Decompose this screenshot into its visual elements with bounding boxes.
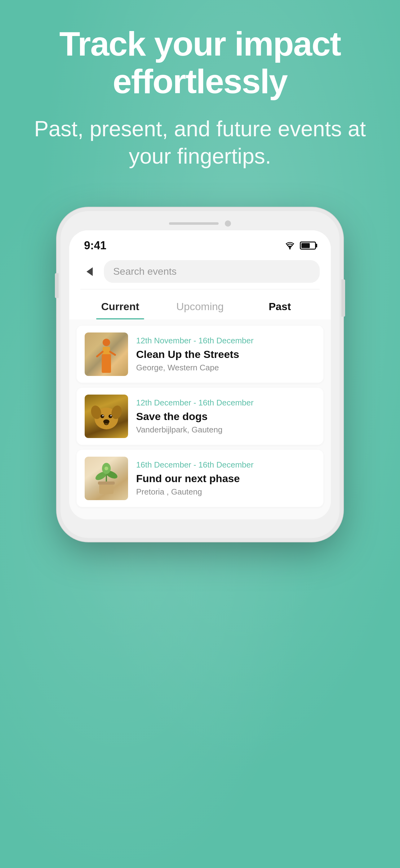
events-list: 12th November - 16th December Clean Up t… bbox=[69, 319, 331, 519]
event-card-2[interactable]: 12th December - 16th December Save the d… bbox=[76, 388, 324, 445]
svg-point-1 bbox=[103, 339, 110, 346]
battery-icon bbox=[300, 242, 316, 250]
dog-face-icon bbox=[85, 395, 128, 438]
status-icons bbox=[284, 241, 316, 250]
phone-screen: 9:41 bbox=[69, 230, 331, 519]
svg-rect-2 bbox=[103, 347, 110, 361]
tab-upcoming[interactable]: Upcoming bbox=[160, 292, 240, 319]
divider bbox=[80, 289, 320, 289]
svg-point-14 bbox=[103, 420, 109, 424]
event-title-2: Save the dogs bbox=[136, 410, 315, 423]
svg-point-21 bbox=[104, 467, 108, 470]
tabs-row: Current Upcoming Past bbox=[69, 292, 331, 319]
plant-icon bbox=[85, 457, 128, 500]
event-image-3 bbox=[85, 457, 128, 500]
search-bar-row: Search events bbox=[69, 255, 331, 289]
event-location-1: George, Western Cape bbox=[136, 363, 315, 373]
back-chevron-icon bbox=[87, 267, 93, 276]
event-image-1 bbox=[85, 333, 128, 376]
phone-camera bbox=[225, 220, 231, 227]
event-location-2: Vanderbijlpark, Gauteng bbox=[136, 425, 315, 435]
tab-past[interactable]: Past bbox=[240, 292, 320, 319]
wifi-icon bbox=[284, 241, 296, 250]
event-image-2 bbox=[85, 395, 128, 438]
hero-section: Track your impact effortlessly Past, pre… bbox=[0, 25, 400, 170]
status-time: 9:41 bbox=[84, 239, 106, 252]
svg-line-3 bbox=[97, 352, 103, 356]
event-date-3: 16th December - 16th December bbox=[136, 460, 315, 470]
tab-current[interactable]: Current bbox=[80, 292, 160, 319]
hero-title: Track your impact effortlessly bbox=[19, 25, 381, 100]
search-placeholder: Search events bbox=[113, 266, 177, 277]
street-figure-icon bbox=[85, 333, 128, 376]
phone-mockup: 9:41 bbox=[61, 211, 339, 538]
svg-point-0 bbox=[289, 248, 291, 250]
event-location-3: Pretoria , Gauteng bbox=[136, 487, 315, 497]
event-title-1: Clean Up the Streets bbox=[136, 348, 315, 361]
phone-notch bbox=[69, 220, 331, 227]
event-info-2: 12th December - 16th December Save the d… bbox=[136, 398, 315, 435]
event-date-2: 12th December - 16th December bbox=[136, 398, 315, 408]
event-info-1: 12th November - 16th December Clean Up t… bbox=[136, 336, 315, 373]
phone-body: 9:41 bbox=[61, 211, 339, 538]
back-button[interactable] bbox=[80, 262, 99, 281]
hero-subtitle: Past, present, and future events at your… bbox=[19, 116, 381, 170]
event-card-1[interactable]: 12th November - 16th December Clean Up t… bbox=[76, 326, 324, 383]
event-card-3[interactable]: 16th December - 16th December Fund our n… bbox=[76, 450, 324, 507]
phone-speaker bbox=[169, 222, 219, 225]
svg-rect-15 bbox=[99, 483, 113, 494]
status-bar: 9:41 bbox=[69, 230, 331, 255]
svg-point-11 bbox=[108, 414, 112, 418]
search-input-wrapper[interactable]: Search events bbox=[104, 260, 320, 283]
event-title-3: Fund our next phase bbox=[136, 472, 315, 485]
event-info-3: 16th December - 16th December Fund our n… bbox=[136, 460, 315, 497]
svg-point-13 bbox=[110, 415, 112, 416]
svg-rect-16 bbox=[98, 482, 115, 485]
svg-point-10 bbox=[100, 414, 104, 418]
svg-line-4 bbox=[110, 352, 115, 355]
svg-line-6 bbox=[108, 361, 109, 370]
event-date-1: 12th November - 16th December bbox=[136, 336, 315, 345]
svg-point-12 bbox=[102, 415, 104, 416]
svg-line-5 bbox=[103, 361, 104, 370]
battery-fill bbox=[301, 243, 310, 248]
